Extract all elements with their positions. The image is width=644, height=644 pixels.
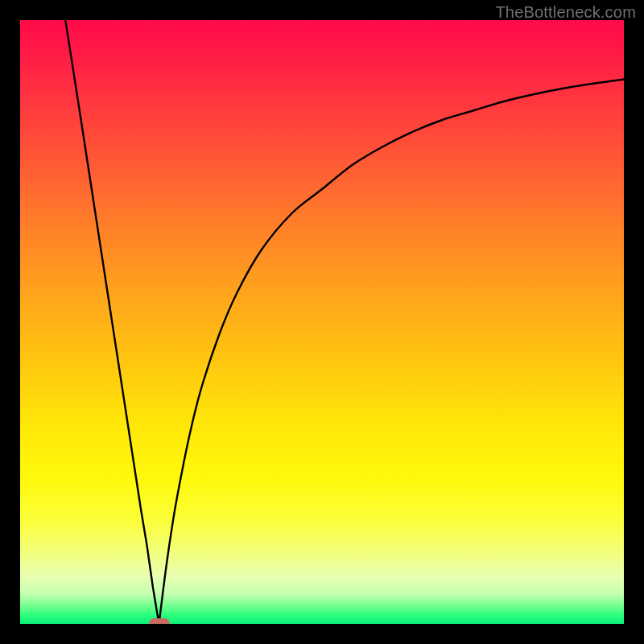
- bottleneck-curve: [20, 20, 624, 624]
- chart-frame: TheBottleneck.com: [0, 0, 644, 644]
- optimum-marker: [149, 618, 170, 624]
- attribution-text: TheBottleneck.com: [495, 3, 636, 22]
- plot-area: [20, 20, 624, 624]
- curve-path: [65, 20, 624, 624]
